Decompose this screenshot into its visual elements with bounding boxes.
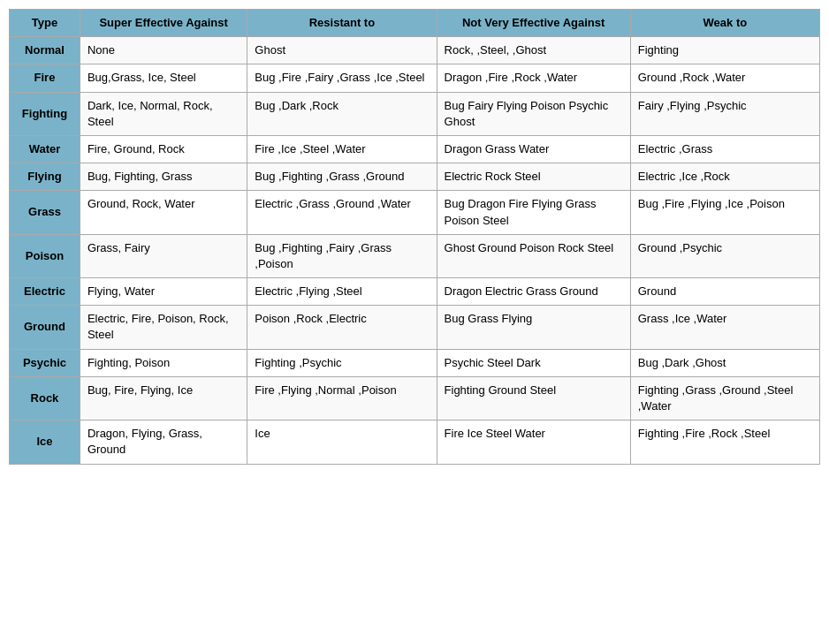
super-effective-cell: Bug,Grass, Ice, Steel xyxy=(80,64,247,92)
not-very-effective-cell: Rock, ,Steel, ,Ghost xyxy=(437,37,630,64)
table-row: WaterFire, Ground, RockFire ,Ice ,Steel … xyxy=(10,135,820,163)
not-very-effective-cell: Fighting Ground Steel xyxy=(437,376,630,420)
weak-cell: Electric ,Grass xyxy=(630,135,819,163)
super-effective-cell: Grass, Fairy xyxy=(80,234,247,277)
table-row: PsychicFighting, PoisonFighting ,Psychic… xyxy=(10,349,820,376)
type-cell: Fighting xyxy=(10,92,80,135)
resistant-cell: Fighting ,Psychic xyxy=(247,349,437,376)
table-row: FlyingBug, Fighting, GrassBug ,Fighting … xyxy=(10,163,820,191)
table-row: PoisonGrass, FairyBug ,Fighting ,Fairy ,… xyxy=(10,234,820,277)
super-effective-cell: Fire, Ground, Rock xyxy=(80,135,247,163)
super-effective-cell: Fighting, Poison xyxy=(80,349,247,376)
super-effective-cell: Bug, Fighting, Grass xyxy=(80,163,247,191)
super-effective-cell: Flying, Water xyxy=(80,278,247,306)
not-very-effective-cell: Fire Ice Steel Water xyxy=(437,420,630,464)
not-very-effective-cell: Bug Grass Flying xyxy=(437,306,630,349)
table-row: ElectricFlying, WaterElectric ,Flying ,S… xyxy=(10,278,820,306)
table-row: IceDragon, Flying, Grass, GroundIceFire … xyxy=(10,420,820,464)
weak-cell: Ground xyxy=(630,278,819,306)
type-cell: Psychic xyxy=(10,349,80,376)
resistant-cell: Bug ,Fire ,Fairy ,Grass ,Ice ,Steel xyxy=(247,64,437,92)
table-row: FireBug,Grass, Ice, SteelBug ,Fire ,Fair… xyxy=(10,64,820,92)
not-very-effective-cell: Psychic Steel Dark xyxy=(437,349,630,376)
header-super-effective: Super Effective Against xyxy=(80,10,247,37)
type-cell: Electric xyxy=(10,278,80,306)
table-row: NormalNoneGhostRock, ,Steel, ,GhostFight… xyxy=(10,37,820,64)
resistant-cell: Fire ,Flying ,Normal ,Poison xyxy=(247,376,437,420)
weak-cell: Ground ,Rock ,Water xyxy=(630,64,819,92)
not-very-effective-cell: Dragon Grass Water xyxy=(437,135,630,163)
super-effective-cell: Dragon, Flying, Grass, Ground xyxy=(80,420,247,464)
weak-cell: Bug ,Dark ,Ghost xyxy=(630,349,819,376)
resistant-cell: Electric ,Grass ,Ground ,Water xyxy=(247,191,437,234)
resistant-cell: Bug ,Fighting ,Grass ,Ground xyxy=(247,163,437,191)
weak-cell: Ground ,Psychic xyxy=(630,234,819,277)
table-row: FightingDark, Ice, Normal, Rock, SteelBu… xyxy=(10,92,820,135)
type-cell: Water xyxy=(10,135,80,163)
type-cell: Ground xyxy=(10,306,80,349)
table-row: RockBug, Fire, Flying, IceFire ,Flying ,… xyxy=(10,376,820,420)
not-very-effective-cell: Dragon Electric Grass Ground xyxy=(437,278,630,306)
weak-cell: Fighting ,Fire ,Rock ,Steel xyxy=(630,420,819,464)
resistant-cell: Bug ,Fighting ,Fairy ,Grass ,Poison xyxy=(247,234,437,277)
header-resistant: Resistant to xyxy=(247,10,437,37)
type-chart-table: Type Super Effective Against Resistant t… xyxy=(9,9,820,465)
super-effective-cell: Electric, Fire, Poison, Rock, Steel xyxy=(80,306,247,349)
not-very-effective-cell: Ghost Ground Poison Rock Steel xyxy=(437,234,630,277)
type-cell: Flying xyxy=(10,163,80,191)
resistant-cell: Ghost xyxy=(247,37,437,64)
type-cell: Grass xyxy=(10,191,80,234)
super-effective-cell: Dark, Ice, Normal, Rock, Steel xyxy=(80,92,247,135)
super-effective-cell: Bug, Fire, Flying, Ice xyxy=(80,376,247,420)
resistant-cell: Bug ,Dark ,Rock xyxy=(247,92,437,135)
resistant-cell: Fire ,Ice ,Steel ,Water xyxy=(247,135,437,163)
resistant-cell: Ice xyxy=(247,420,437,464)
weak-cell: Fighting xyxy=(630,37,819,64)
weak-cell: Fighting ,Grass ,Ground ,Steel ,Water xyxy=(630,376,819,420)
weak-cell: Bug ,Fire ,Flying ,Ice ,Poison xyxy=(630,191,819,234)
resistant-cell: Poison ,Rock ,Electric xyxy=(247,306,437,349)
super-effective-cell: Ground, Rock, Water xyxy=(80,191,247,234)
header-type: Type xyxy=(10,10,80,37)
header-not-very-effective: Not Very Effective Against xyxy=(437,10,630,37)
not-very-effective-cell: Bug Dragon Fire Flying Grass Poison Stee… xyxy=(437,191,630,234)
super-effective-cell: None xyxy=(80,37,247,64)
header-weak: Weak to xyxy=(630,10,819,37)
type-cell: Poison xyxy=(10,234,80,277)
type-cell: Normal xyxy=(10,37,80,64)
weak-cell: Grass ,Ice ,Water xyxy=(630,306,819,349)
weak-cell: Electric ,Ice ,Rock xyxy=(630,163,819,191)
not-very-effective-cell: Bug Fairy Flying Poison Psychic Ghost xyxy=(437,92,630,135)
table-row: GrassGround, Rock, WaterElectric ,Grass … xyxy=(10,191,820,234)
type-cell: Fire xyxy=(10,64,80,92)
type-cell: Ice xyxy=(10,420,80,464)
not-very-effective-cell: Electric Rock Steel xyxy=(437,163,630,191)
resistant-cell: Electric ,Flying ,Steel xyxy=(247,278,437,306)
not-very-effective-cell: Dragon ,Fire ,Rock ,Water xyxy=(437,64,630,92)
table-row: GroundElectric, Fire, Poison, Rock, Stee… xyxy=(10,306,820,349)
weak-cell: Fairy ,Flying ,Psychic xyxy=(630,92,819,135)
type-cell: Rock xyxy=(10,376,80,420)
